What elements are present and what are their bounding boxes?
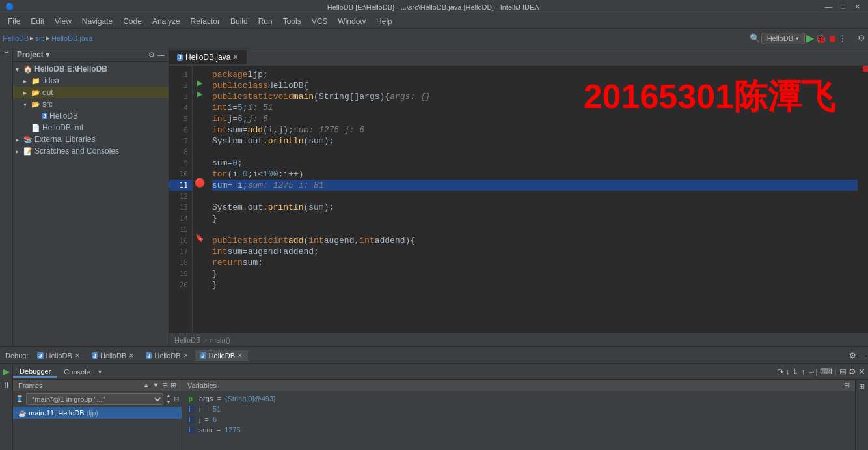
menu-navigate[interactable]: Navigate bbox=[77, 16, 118, 27]
debug-session-tab-1[interactable]: J HelloDB ✕ bbox=[32, 350, 85, 361]
hellodb-java-label: HelloDB bbox=[49, 111, 78, 120]
run-config-selector[interactable]: HelloDB ▾ bbox=[761, 33, 805, 44]
run-to-cursor-icon[interactable]: →| bbox=[807, 367, 818, 376]
thread-down-arrow[interactable]: ▼ bbox=[166, 399, 171, 405]
console-tab[interactable]: Console bbox=[57, 367, 96, 377]
resume-button[interactable]: ▶ bbox=[3, 367, 10, 376]
force-step-into-icon[interactable]: ⇓ bbox=[792, 367, 799, 376]
variables-expand-icon[interactable]: ⊞ bbox=[844, 381, 850, 389]
thread-filter-icon[interactable]: ⊟ bbox=[174, 395, 179, 402]
gutter-16[interactable]: 🔖 bbox=[193, 232, 207, 244]
tab-close-icon[interactable]: ✕ bbox=[233, 53, 238, 61]
restore-layout-icon[interactable]: ⊞ bbox=[839, 367, 847, 376]
frame-item-0[interactable]: ☕ main:11, HelloDB (ljp) bbox=[13, 407, 182, 419]
breadcrumb-main[interactable]: main() bbox=[210, 336, 230, 344]
run-button[interactable]: ▶ bbox=[806, 32, 814, 44]
project-breadcrumb-project[interactable]: HelloDB bbox=[3, 35, 29, 42]
scratches-icon: 📝 bbox=[23, 147, 33, 156]
breadcrumb-hellodb[interactable]: HelloDB bbox=[174, 336, 200, 344]
menu-edit[interactable]: Edit bbox=[25, 16, 49, 27]
toolbar-more-btn[interactable]: ⋮ bbox=[838, 33, 847, 44]
pause-button[interactable]: ⏸ bbox=[2, 380, 10, 390]
step-over-icon[interactable]: ↷ bbox=[777, 367, 784, 376]
thread-dropdown[interactable]: *main*@1 in group "..." bbox=[26, 393, 163, 405]
tree-item-hellodb-root[interactable]: ▾ 🏠 HelloDB E:\HelloDB bbox=[13, 63, 169, 75]
debug-tab-4-close[interactable]: ✕ bbox=[237, 352, 243, 359]
variables-header: Variables ⊞ bbox=[182, 380, 855, 391]
debug-tab-4-label: HelloDB bbox=[209, 352, 235, 359]
frames-expand-icon[interactable]: ⊞ bbox=[170, 381, 176, 389]
tree-item-idea[interactable]: ▸ 📁 .idea bbox=[13, 75, 169, 87]
frames-up-icon[interactable]: ▲ bbox=[142, 381, 150, 389]
tree-item-src[interactable]: ▾ 📂 src bbox=[13, 98, 169, 110]
tree-item-hellodb-iml[interactable]: ▸ 📄 HelloDB.iml bbox=[13, 122, 169, 134]
project-breadcrumb[interactable]: HelloDB ▸ src ▸ HelloDB.java bbox=[3, 34, 93, 42]
debug-collapse-icon[interactable]: — bbox=[858, 351, 865, 360]
step-out-icon[interactable]: ↑ bbox=[801, 367, 806, 376]
sidebar-collapse-icon[interactable]: — bbox=[157, 51, 165, 59]
toolbar: HelloDB ▸ src ▸ HelloDB.java 🔍 HelloDB ▾… bbox=[0, 29, 868, 48]
minimize-button[interactable]: — bbox=[822, 3, 834, 11]
editor-tab-hellodb[interactable]: J HelloDB.java ✕ bbox=[169, 50, 247, 64]
code-line-17: int sum = augend + addend; bbox=[212, 246, 858, 257]
evaluate-icon[interactable]: ⌨ bbox=[820, 367, 832, 376]
menu-file[interactable]: File bbox=[3, 16, 25, 27]
maximize-button[interactable]: □ bbox=[838, 3, 848, 11]
tree-item-scratches[interactable]: ▸ 📝 Scratches and Consoles bbox=[13, 145, 169, 157]
line-num-3: 3 bbox=[169, 91, 192, 102]
menu-analyze[interactable]: Analyze bbox=[147, 16, 185, 27]
code-line-11: sum += i; sum: 1275 i: 81 bbox=[212, 180, 858, 191]
menu-view[interactable]: View bbox=[49, 16, 77, 27]
debug-button[interactable]: 🐞 bbox=[815, 33, 826, 44]
sidebar-gear-icon[interactable]: ⚙ bbox=[148, 51, 155, 59]
debug-session-tab-3[interactable]: J HelloDB ✕ bbox=[141, 350, 193, 361]
debug-session-tab-4[interactable]: J HelloDB ✕ bbox=[195, 350, 248, 361]
code-editor[interactable]: package ljp; public class HelloDB { publ… bbox=[207, 66, 863, 333]
gutter-11[interactable]: 🔴 bbox=[193, 177, 207, 188]
project-breadcrumb-file[interactable]: HelloDB.java bbox=[51, 35, 93, 42]
project-breadcrumb-src[interactable]: src bbox=[35, 35, 45, 42]
close-button[interactable]: ✕ bbox=[852, 3, 863, 11]
tree-item-out[interactable]: ▸ 📂 out bbox=[13, 87, 169, 98]
idea-icon: 📁 bbox=[31, 77, 40, 85]
debug-tab-3-close[interactable]: ✕ bbox=[183, 352, 189, 359]
menu-refactor[interactable]: Refactor bbox=[185, 16, 225, 27]
debug-tab-bar: Debug: J HelloDB ✕ J HelloDB ✕ J HelloDB… bbox=[0, 347, 868, 364]
title-bar: 🔵 HelloDB [E:\HelloDB] - ...\src\HelloDB… bbox=[0, 0, 868, 14]
settings-icon-2[interactable]: ⚙ bbox=[848, 367, 856, 376]
menu-build[interactable]: Build bbox=[225, 16, 253, 27]
console-tab-icon: ▾ bbox=[98, 368, 102, 375]
menu-vcs[interactable]: VCS bbox=[306, 16, 333, 27]
gutter-15 bbox=[193, 221, 207, 232]
project-tool-button[interactable]: 1 bbox=[3, 51, 10, 54]
frames-down-icon[interactable]: ▼ bbox=[152, 381, 159, 389]
tree-item-ext-libs[interactable]: ▸ 📚 External Libraries bbox=[13, 134, 169, 145]
debugger-tab[interactable]: Debugger bbox=[13, 366, 57, 378]
toolbar-settings-icon[interactable]: ⚙ bbox=[858, 33, 865, 43]
frames-filter-icon[interactable]: ⊟ bbox=[162, 381, 168, 389]
var-expand-icon[interactable]: ⊞ bbox=[859, 382, 865, 391]
menu-help[interactable]: Help bbox=[371, 16, 398, 27]
debug-session-tab-2[interactable]: J HelloDB ✕ bbox=[87, 350, 139, 361]
step-into-icon[interactable]: ↓ bbox=[786, 367, 791, 376]
debug-tab-2-close[interactable]: ✕ bbox=[129, 352, 134, 359]
debug-tab-1-close[interactable]: ✕ bbox=[75, 352, 80, 359]
error-indicator bbox=[863, 66, 868, 72]
toolbar-stop-btn[interactable]: ⏹ bbox=[828, 33, 837, 44]
menu-tools[interactable]: Tools bbox=[278, 16, 306, 27]
sidebar-title: Project ▾ bbox=[17, 50, 49, 59]
close-debug-icon[interactable]: ✕ bbox=[858, 367, 865, 376]
tree-item-hellodb-java[interactable]: ▸ J HelloDB bbox=[13, 110, 169, 122]
debug-settings-icon[interactable]: ⚙ bbox=[849, 351, 856, 360]
gutter-2[interactable]: ▶ bbox=[193, 77, 207, 89]
menu-window[interactable]: Window bbox=[332, 16, 371, 27]
line-num-5: 5 bbox=[169, 113, 192, 124]
thread-up-arrow[interactable]: ▲ bbox=[166, 393, 171, 399]
gutter-1 bbox=[193, 66, 207, 77]
var-j-icon: i bbox=[187, 416, 195, 423]
menu-run[interactable]: Run bbox=[253, 16, 278, 27]
menu-code[interactable]: Code bbox=[118, 16, 147, 27]
gutter-3[interactable]: ▶ bbox=[193, 89, 207, 100]
line-num-7: 7 bbox=[169, 135, 192, 147]
toolbar-search-icon[interactable]: 🔍 bbox=[750, 33, 760, 43]
